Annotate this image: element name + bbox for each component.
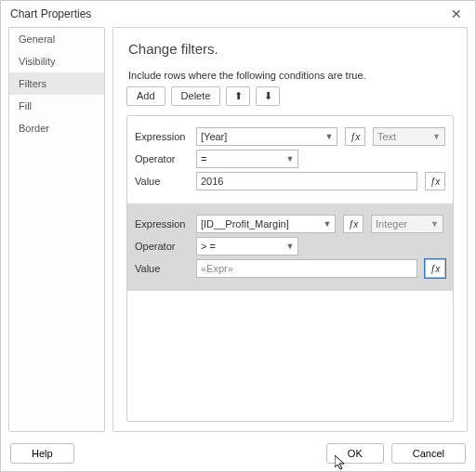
help-button[interactable]: Help xyxy=(10,443,74,464)
sidebar-item-fill[interactable]: Fill xyxy=(9,95,104,117)
sidebar-item-filters[interactable]: Filters xyxy=(9,72,104,95)
title-bar: Chart Properties ✕ xyxy=(1,1,475,27)
operator-label: Operator xyxy=(135,153,189,164)
value-label: Value xyxy=(135,263,189,274)
value-input[interactable] xyxy=(196,259,417,278)
sidebar-item-visibility[interactable]: Visibility xyxy=(9,50,104,72)
chart-properties-dialog: Chart Properties ✕ General Visibility Fi… xyxy=(0,0,476,472)
chevron-down-icon: ▼ xyxy=(432,132,441,141)
ok-button[interactable]: OK xyxy=(326,443,384,464)
content-pane: Change filters. Include rows where the f… xyxy=(112,27,468,432)
value-label: Value xyxy=(135,176,189,187)
operator-select[interactable]: > = ▼ xyxy=(196,237,298,256)
page-description: Include rows where the following conditi… xyxy=(128,70,454,81)
value-fx-button[interactable]: ƒx xyxy=(425,172,445,190)
expression-select[interactable]: [Year] ▼ xyxy=(196,127,337,146)
chevron-down-icon: ▼ xyxy=(322,132,337,141)
expression-label: Expression xyxy=(135,131,189,142)
filter-toolbar: Add Delete ⬆ ⬇ xyxy=(126,86,454,106)
chevron-down-icon: ▼ xyxy=(283,154,298,164)
delete-button[interactable]: Delete xyxy=(171,86,221,106)
expression-select[interactable]: [ID__Profit_Margin] ▼ xyxy=(196,215,336,233)
expression-fx-button[interactable]: ƒx xyxy=(343,215,364,233)
filters-panel: Expression [Year] ▼ ƒx Text▼ Operator xyxy=(126,115,454,422)
filter-block: Expression [ID__Profit_Margin] ▼ ƒx Inte… xyxy=(127,203,453,291)
filter-block: Expression [Year] ▼ ƒx Text▼ Operator xyxy=(127,116,453,203)
expression-label: Expression xyxy=(135,218,189,229)
move-down-icon[interactable]: ⬇ xyxy=(256,86,280,106)
chevron-down-icon: ▼ xyxy=(430,219,439,229)
add-button[interactable]: Add xyxy=(126,86,165,106)
operator-label: Operator xyxy=(135,241,189,252)
value-fx-button[interactable]: ƒx xyxy=(425,259,445,278)
page-heading: Change filters. xyxy=(128,41,454,57)
category-list: General Visibility Filters Fill Border xyxy=(8,27,105,432)
sidebar-item-border[interactable]: Border xyxy=(9,117,104,139)
type-select[interactable]: Integer▼ xyxy=(371,215,443,233)
chevron-down-icon: ▼ xyxy=(283,242,298,251)
operator-select[interactable]: = ▼ xyxy=(196,150,298,168)
dialog-footer: Help OK Cancel xyxy=(1,438,475,471)
type-select[interactable]: Text▼ xyxy=(373,127,445,146)
chevron-down-icon: ▼ xyxy=(320,219,335,229)
move-up-icon[interactable]: ⬆ xyxy=(226,86,250,106)
sidebar-item-general[interactable]: General xyxy=(9,28,104,50)
dialog-title: Chart Properties xyxy=(10,7,91,20)
expression-fx-button[interactable]: ƒx xyxy=(345,127,365,146)
cancel-button[interactable]: Cancel xyxy=(391,443,466,464)
close-icon[interactable]: ✕ xyxy=(443,7,469,21)
value-input[interactable] xyxy=(196,172,417,190)
